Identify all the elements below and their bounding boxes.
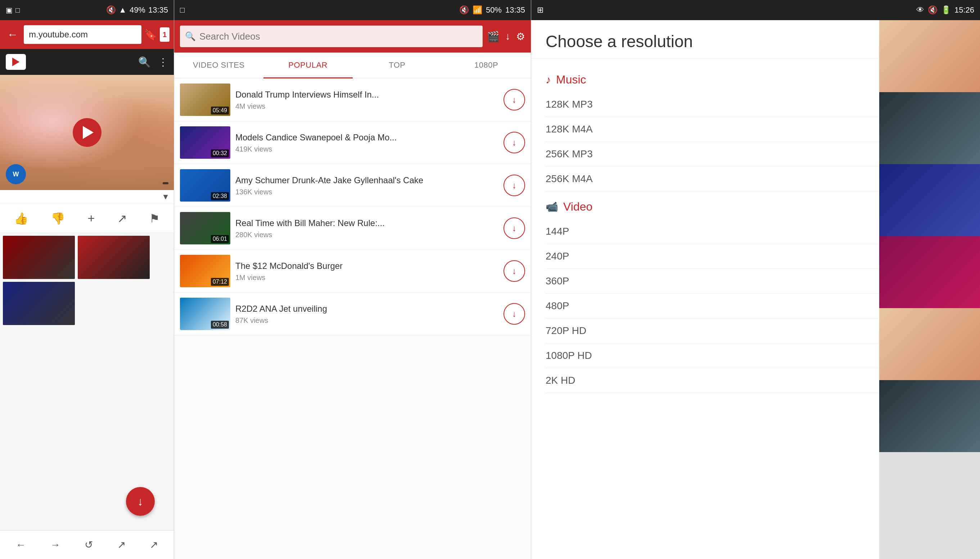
status-bar-browser: ▣ □ 🔇 ▲ 49% 13:35	[0, 0, 174, 20]
youtube-toolbar: 🔍 ⋮	[0, 49, 174, 75]
tab-top[interactable]: TOP	[353, 53, 442, 78]
dl-toolbar-icons: 🎬 ↓ ⚙	[487, 31, 525, 43]
signal-icon: ▲	[119, 5, 127, 15]
download-icon-1: ↓	[512, 95, 516, 105]
gallery-icon[interactable]: 🎬	[487, 31, 499, 43]
video-thumb-3: 02:38	[180, 169, 230, 202]
video-title-5: The $12 McDonald's Burger	[235, 260, 499, 271]
bottom-nav: ← → ↺ ↗ ↗	[0, 530, 174, 559]
tab-video-sites[interactable]: VIDEO SITES	[174, 53, 263, 78]
eye-icon: 👁	[916, 5, 924, 15]
nav-share2[interactable]: ↗	[150, 539, 158, 551]
res-name-256kmp3: 256K MP3	[545, 148, 593, 160]
video-views-5: 1M views	[235, 274, 499, 282]
video-views-1: 4M views	[235, 102, 499, 111]
related-row-2	[3, 282, 171, 325]
video-list: 05:49 Donald Trump Interviews Himself In…	[174, 78, 531, 559]
warner-badge: W	[6, 164, 26, 184]
status-res-left: ⊞	[537, 5, 544, 15]
download-btn-2[interactable]: ↓	[504, 132, 525, 153]
res-name-2k: 2K HD	[545, 375, 575, 386]
video-thumb-6: 00:58	[180, 298, 230, 330]
more-icon[interactable]: ⋮	[158, 56, 168, 68]
nav-share[interactable]: ↗	[117, 539, 126, 551]
time-dl: 13:35	[505, 5, 525, 15]
nav-refresh[interactable]: ↺	[84, 539, 93, 551]
related-thumb-1[interactable]	[3, 236, 75, 279]
video-thumb-2: 00:32	[180, 126, 230, 159]
tab-1080p[interactable]: 1080P	[441, 53, 531, 78]
nav-back[interactable]: ←	[16, 539, 26, 551]
nav-forward[interactable]: →	[50, 539, 60, 551]
back-button[interactable]: ←	[4, 27, 21, 42]
share-button[interactable]: ↗	[117, 212, 127, 225]
download-icon-3: ↓	[512, 180, 516, 190]
battery-res: 🔋	[941, 5, 951, 15]
status-dl-right: 🔇 📶 50% 13:35	[459, 5, 525, 15]
video-label: Video	[563, 200, 592, 213]
mute-res: 🔇	[928, 5, 937, 15]
res-name-128kmp3: 128K MP3	[545, 99, 593, 110]
video-info-2: Models Candice Swanepoel & Pooja Mo... 4…	[235, 132, 499, 153]
side-thumb-3	[879, 164, 980, 236]
list-item[interactable]: 05:49 Donald Trump Interviews Himself In…	[174, 78, 531, 121]
search-input[interactable]	[199, 31, 478, 42]
add-button[interactable]: +	[88, 211, 95, 225]
side-thumb-5	[879, 308, 980, 380]
list-item[interactable]: 02:38 Amy Schumer Drunk-Ate Jake Gyllenh…	[174, 164, 531, 207]
res-name-360p: 360P	[545, 275, 569, 287]
video-thumbnail[interactable]: W	[0, 75, 174, 190]
download-btn-5[interactable]: ↓	[504, 260, 525, 282]
side-thumb-6	[879, 380, 980, 452]
status-bar-dl: □ 🔇 📶 50% 13:35	[174, 0, 531, 20]
url-input[interactable]: m.youtube.com	[24, 25, 141, 44]
dropdown-row: ▼	[0, 190, 174, 204]
time-p1: 13:35	[148, 5, 168, 15]
play-button[interactable]	[73, 118, 101, 147]
bookmark-button[interactable]: 🔖	[144, 29, 157, 41]
dislike-button[interactable]: 👎	[51, 212, 65, 225]
flag-button[interactable]: ⚑	[149, 212, 160, 225]
duration-1: 05:49	[211, 107, 229, 114]
search-icon[interactable]: 🔍	[138, 56, 151, 68]
res-name-128km4a: 128K M4A	[545, 124, 593, 135]
fab-download-button[interactable]: ↓	[126, 487, 155, 516]
status-right: 🔇 ▲ 49% 13:35	[106, 5, 168, 15]
play-icon	[83, 126, 94, 139]
list-item[interactable]: 06:01 Real Time with Bill Maher: New Rul…	[174, 207, 531, 250]
downloader-panel: □ 🔇 📶 50% 13:35 🔍 🎬 ↓ ⚙ VIDEO SITES POPU…	[174, 0, 531, 559]
related-thumb-3[interactable]	[3, 282, 75, 325]
video-info-4: Real Time with Bill Maher: New Rule:... …	[235, 217, 499, 239]
downloads-icon[interactable]: ↓	[505, 31, 510, 43]
side-thumb-4	[879, 236, 980, 308]
settings-icon[interactable]: ⚙	[516, 31, 525, 43]
list-item[interactable]: 07:12 The $12 McDonald's Burger 1M views…	[174, 250, 531, 293]
res-name-256km4a: 256K M4A	[545, 173, 593, 185]
tab-count[interactable]: 1	[160, 27, 170, 42]
download-btn-3[interactable]: ↓	[504, 175, 525, 196]
list-item[interactable]: 00:58 R2D2 ANA Jet unveiling 87K views ↓	[174, 293, 531, 336]
youtube-logo	[6, 54, 26, 70]
res-name-480p: 480P	[545, 300, 569, 312]
download-icon-4: ↓	[512, 223, 516, 233]
duration-5: 07:12	[211, 278, 229, 286]
video-title-3: Amy Schumer Drunk-Ate Jake Gyllenhaal's …	[235, 175, 499, 186]
expand-icon[interactable]: ▼	[162, 192, 170, 202]
download-btn-4[interactable]: ↓	[504, 217, 525, 239]
status-left: ▣ □	[6, 6, 20, 15]
tab-popular[interactable]: POPULAR	[263, 53, 353, 78]
status-res-right: 👁 🔇 🔋 15:26	[916, 5, 974, 15]
video-views-4: 280K views	[235, 231, 499, 239]
download-icon-2: ↓	[512, 137, 516, 147]
download-icon-6: ↓	[512, 309, 516, 319]
duration-4: 06:01	[211, 235, 229, 243]
action-bar: 👍 👎 + ↗ ⚑	[0, 204, 174, 233]
download-btn-1[interactable]: ↓	[504, 89, 525, 111]
video-icon: 📹	[545, 201, 558, 213]
list-item[interactable]: 00:32 Models Candice Swanepoel & Pooja M…	[174, 121, 531, 164]
download-btn-6[interactable]: ↓	[504, 303, 525, 325]
related-thumb-2[interactable]	[78, 236, 150, 279]
video-info-6: R2D2 ANA Jet unveiling 87K views	[235, 303, 499, 325]
browser-panel: ▣ □ 🔇 ▲ 49% 13:35 ← m.youtube.com 🔖 1 🔍 …	[0, 0, 174, 559]
like-button[interactable]: 👍	[14, 212, 28, 225]
